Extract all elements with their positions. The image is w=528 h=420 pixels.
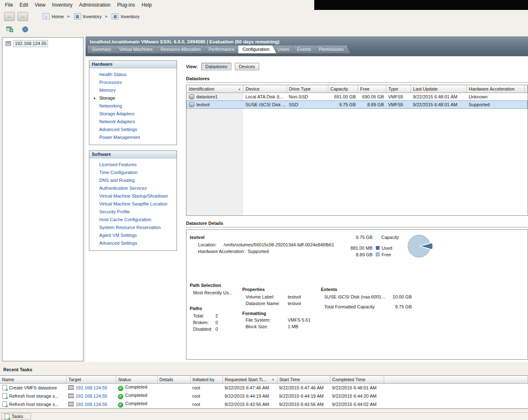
host-header: localhost.localdomain VMware ESXi, 6.0.0…: [86, 36, 528, 56]
task-row[interactable]: Refresh host storage s... 192.168.124.55…: [0, 392, 528, 400]
task-row[interactable]: Refresh host storage s... 192.168.124.55…: [0, 400, 528, 408]
menu-help[interactable]: Help: [139, 0, 155, 10]
sw-item-dns-and-routing[interactable]: DNS and Routing: [89, 177, 177, 184]
extents-title: Extents: [321, 287, 337, 292]
sw-item-vm-swapfile-location[interactable]: Virtual Machine Swapfile Location: [89, 200, 177, 208]
add-button[interactable]: [5, 25, 14, 34]
hw-item-power-management[interactable]: Power Management: [89, 134, 177, 141]
tasks-col-start-time[interactable]: Start Time: [277, 376, 330, 383]
col-last-update[interactable]: Last Update: [411, 85, 467, 93]
tasks-col-initiated-by[interactable]: Initiated by: [190, 376, 222, 383]
datastore-row-datastore1[interactable]: datastore1 Local ATA Disk (t... Non-SSD …: [187, 93, 528, 100]
file-system-value: VMFS 5.61: [288, 317, 311, 322]
hw-item-storage-adapters[interactable]: Storage Adapters: [89, 110, 177, 118]
menu-file[interactable]: File: [2, 0, 16, 10]
host-icon: [68, 402, 74, 406]
task-target-link[interactable]: 192.168.124.55: [76, 385, 107, 390]
menu-plugins[interactable]: Plug-ins: [114, 0, 138, 10]
sw-item-vm-startup-shutdown[interactable]: Virtual Machine Startup/Shutdown: [89, 192, 177, 200]
tab-performance[interactable]: Performance: [204, 45, 241, 53]
tasks-col-name[interactable]: Name: [0, 376, 66, 383]
tasks-status-button[interactable]: Tasks: [1, 413, 31, 420]
menu-edit[interactable]: Edit: [16, 0, 31, 10]
used-legend-swatch: [376, 246, 380, 250]
datastore-icon: [189, 102, 194, 107]
hw-item-storage[interactable]: ▸ Storage: [89, 94, 177, 102]
software-header: Software: [89, 151, 177, 158]
tasks-col-stub: [384, 376, 528, 383]
breadcrumb-inventory-2[interactable]: ▦ Inventory: [110, 12, 141, 20]
storage-view: View: Datastores Devices Datastores ▲Ide…: [186, 62, 528, 360]
datastores-section-title: Datastores: [186, 76, 528, 83]
hardware-header: Hardware: [89, 61, 177, 68]
task-row[interactable]: Create VMFS datastore 192.168.124.55 ✓Co…: [0, 383, 528, 392]
recent-tasks-title: Recent Tasks: [3, 367, 32, 372]
breadcrumb-home[interactable]: ⌂ Home: [41, 12, 65, 20]
tab-virtual-machines[interactable]: Virtual Machines: [115, 45, 159, 53]
tasks-col-status[interactable]: Status: [116, 376, 157, 383]
hw-item-memory[interactable]: Memory: [89, 86, 177, 94]
hw-accel-value: Supported: [248, 249, 269, 254]
col-drive-type[interactable]: Drive Type: [287, 85, 328, 93]
tab-configuration[interactable]: Configuration: [238, 45, 276, 53]
tasks-col-details[interactable]: Details: [157, 376, 190, 383]
menu-view[interactable]: View: [31, 0, 49, 10]
datastore-name-value: testvol: [288, 301, 301, 306]
location-value: /vmfs/volumes/56015c08-292013d4-faff-002…: [224, 242, 334, 247]
forward-button[interactable]: →: [17, 12, 28, 21]
datastore-row-testvol[interactable]: testvol SUSE iSCSI Disk ... SSD 9.75 GB …: [187, 100, 528, 108]
properties-title: Properties: [242, 287, 265, 292]
sw-item-security-profile[interactable]: Security Profile: [89, 208, 177, 216]
tab-events[interactable]: Events: [293, 45, 318, 53]
col-device[interactable]: Device: [244, 85, 287, 93]
hw-item-health-status[interactable]: Health Status: [89, 71, 177, 79]
view-datastores-button[interactable]: Datastores: [201, 63, 232, 70]
inventory-icon: ▦: [74, 13, 81, 19]
used-label: Used: [382, 246, 392, 251]
volume-label: Volume Label:: [246, 294, 275, 299]
tab-permissions[interactable]: Permissions: [315, 45, 350, 53]
pie-used-segment: [410, 235, 432, 258]
sw-item-licensed-features[interactable]: Licensed Features: [89, 161, 177, 169]
hw-item-network-adapters[interactable]: Network Adapters: [89, 118, 177, 126]
tab-resource-allocation[interactable]: Resource Allocation: [156, 45, 207, 53]
menu-administration[interactable]: Administration: [76, 0, 114, 10]
col-identification[interactable]: ▲Identification: [187, 85, 244, 93]
tasks-col-target[interactable]: Target: [66, 376, 116, 383]
tab-summary[interactable]: Summary: [88, 45, 118, 53]
sw-item-host-cache-configuration[interactable]: Host Cache Configuration: [89, 216, 177, 224]
free-label: Free: [382, 252, 391, 257]
col-hardware-acceleration[interactable]: Hardware Acceleration: [467, 85, 525, 93]
hw-item-advanced-settings[interactable]: Advanced Settings: [89, 126, 177, 134]
sw-item-agent-vm-settings[interactable]: Agent VM Settings: [89, 231, 177, 239]
add-icon: [6, 26, 13, 33]
sw-item-advanced-settings[interactable]: Advanced Settings: [89, 239, 177, 247]
used-value: 881.00 MB: [335, 246, 373, 251]
refresh-button[interactable]: [21, 25, 30, 34]
tab-bar: Summary Virtual Machines Resource Alloca…: [86, 44, 528, 53]
breadcrumb-arrow-icon: ▶: [105, 14, 108, 18]
task-target-link[interactable]: 192.168.124.55: [76, 402, 107, 407]
col-capacity[interactable]: Capacity: [328, 85, 358, 93]
tasks-col-requested-start[interactable]: ▼Requested Start Ti...: [222, 376, 277, 383]
hw-item-networking[interactable]: Networking: [89, 102, 177, 110]
tree-item-host[interactable]: 192.168.124.55: [5, 40, 82, 47]
sw-item-system-resource-reservation[interactable]: System Resource Reservation: [89, 224, 177, 231]
sw-item-authentication-services[interactable]: Authentication Services: [89, 184, 177, 192]
col-type[interactable]: Type: [386, 85, 411, 93]
menu-inventory[interactable]: Inventory: [49, 0, 76, 10]
hardware-box: Hardware Health Status Processors Memory…: [89, 60, 177, 145]
view-devices-button[interactable]: Devices: [235, 63, 259, 70]
capacity-value: 9.75 GB: [335, 235, 373, 240]
sw-item-time-configuration[interactable]: Time Configuration: [89, 169, 177, 177]
task-target-link[interactable]: 192.168.124.55: [76, 394, 107, 399]
breadcrumb-inventory-1[interactable]: ▦ Inventory: [73, 12, 103, 20]
tab-users[interactable]: Users: [273, 45, 296, 53]
col-free[interactable]: Free: [358, 85, 386, 93]
hw-item-storage-label: Storage: [99, 95, 115, 100]
tasks-col-completed-time[interactable]: Completed Time: [330, 376, 384, 383]
breadcrumb-inventory-1-label: Inventory: [83, 14, 102, 19]
hw-item-processors[interactable]: Processors: [89, 79, 177, 86]
back-button[interactable]: ←: [4, 12, 15, 21]
col-stub: [525, 85, 528, 93]
